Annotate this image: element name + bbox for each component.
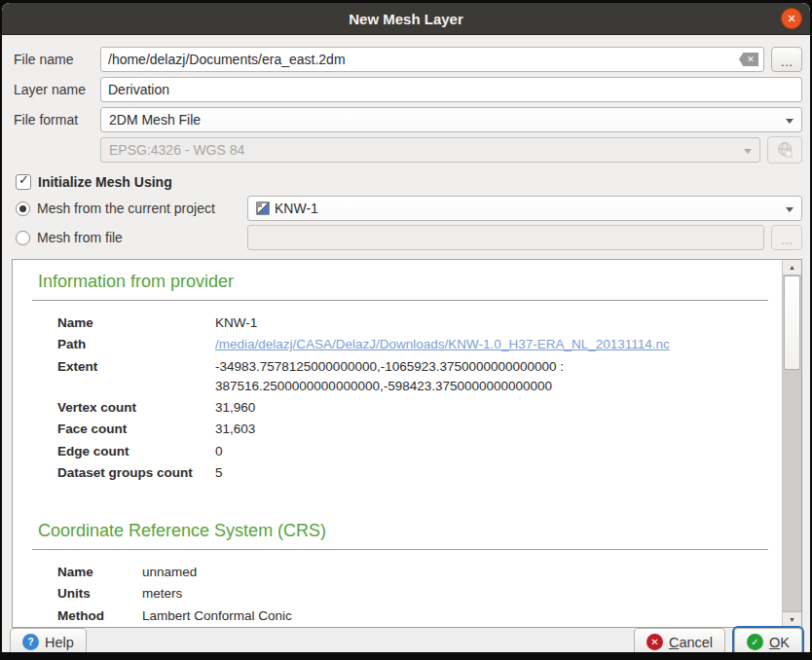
table-row: Method Lambert Conformal Conic xyxy=(57,605,403,627)
table-row: Dataset groups count 5 xyxy=(57,462,760,484)
file-browse-button[interactable]: … xyxy=(771,47,802,72)
mesh-file-browse-button: … xyxy=(771,225,802,250)
crs-info-table: Name unnamed Units meters Method Lambert… xyxy=(57,562,403,627)
row-value: KNW-1 xyxy=(215,312,760,334)
provider-info-table: Name KNW-1 Path /media/delazj/CASA/Delaz… xyxy=(57,312,760,484)
row-label: Path xyxy=(57,334,215,355)
layer-name-label: Layer name xyxy=(14,82,93,97)
crs-select-button xyxy=(767,136,802,164)
file-format-combo[interactable]: 2DM Mesh File xyxy=(100,107,802,132)
crs-combo: EPSG:4326 - WGS 84 xyxy=(100,137,760,163)
row-value: unnamed xyxy=(142,562,403,583)
mesh-from-file-option[interactable]: Mesh from file xyxy=(14,230,240,245)
provider-info-panel: Information from provider Name KNW-1 Pat… xyxy=(12,259,802,628)
mesh-from-project-option[interactable]: Mesh from the current project xyxy=(14,201,240,216)
row-value: 31,603 xyxy=(215,419,760,440)
new-mesh-layer-dialog: New Mesh Layer ✕ File name ✕ … Layer nam… xyxy=(2,3,810,652)
file-name-input[interactable] xyxy=(100,47,764,72)
dialog-title: New Mesh Layer xyxy=(349,11,463,27)
ok-icon: ✓ xyxy=(747,634,763,650)
row-value: 5 xyxy=(215,462,760,484)
file-name-input-wrap: ✕ xyxy=(100,47,764,72)
file-format-label: File format xyxy=(14,112,93,128)
button-box: ? Help ✕ Cancel ✓ OK xyxy=(2,628,810,652)
help-button[interactable]: ? Help xyxy=(10,628,87,652)
mesh-from-file-input xyxy=(247,225,764,250)
row-label: Extent xyxy=(57,356,215,398)
file-name-label: File name xyxy=(14,52,93,67)
row-label: Face count xyxy=(57,419,215,440)
layer-name-row: Layer name xyxy=(14,77,802,102)
mesh-from-file-row: Mesh from file … xyxy=(14,225,802,250)
row-value: -34983.7578125000000000,-1065923.3750000… xyxy=(215,356,760,398)
table-row: Vertex count 31,960 xyxy=(57,397,760,419)
layer-name-input[interactable] xyxy=(100,77,802,102)
mesh-layer-icon xyxy=(256,202,270,215)
row-label: Vertex count xyxy=(57,397,215,419)
table-row: Extent -34983.7578125000000000,-1065923.… xyxy=(57,356,760,398)
scroll-down-icon[interactable]: ▼ xyxy=(783,611,801,627)
help-icon: ? xyxy=(22,634,39,650)
chevron-down-icon xyxy=(786,207,794,212)
cancel-button[interactable]: ✕ Cancel xyxy=(634,628,725,652)
file-format-row: File format 2DM Mesh File xyxy=(14,107,802,132)
mesh-layer-value: KNW-1 xyxy=(275,201,318,216)
initialize-mesh-label: Initialize Mesh Using xyxy=(38,174,172,190)
row-label: Name xyxy=(57,312,215,334)
dataset-path-link[interactable]: /media/delazj/CASA/DelazJ/Downloads/KNW-… xyxy=(215,337,670,351)
form-area: File name ✕ … Layer name File format 2DM… xyxy=(2,35,810,255)
crs-value: EPSG:4326 - WGS 84 xyxy=(109,142,244,158)
row-value: 0 xyxy=(215,441,760,462)
table-row: Units meters xyxy=(57,583,403,605)
chevron-down-icon xyxy=(786,119,794,124)
help-button-label: Help xyxy=(45,635,74,650)
scrollbar-track[interactable] xyxy=(783,370,801,611)
scroll-up-icon[interactable]: ▲ xyxy=(783,260,801,275)
crs-info-heading: Coordinate Reference System (CRS) xyxy=(38,521,768,541)
mesh-layer-combo[interactable]: KNW-1 xyxy=(247,196,802,221)
mesh-from-project-row: Mesh from the current project KNW-1 xyxy=(14,196,802,221)
row-value: 31,960 xyxy=(215,397,760,419)
row-value: Lambert Conformal Conic xyxy=(142,605,403,627)
table-row: Path /media/delazj/CASA/DelazJ/Downloads… xyxy=(57,334,760,355)
initialize-mesh-row: ✓ Initialize Mesh Using xyxy=(16,172,802,192)
row-label: Edge count xyxy=(57,441,215,462)
row-label: Method xyxy=(57,605,142,627)
row-label: Units xyxy=(57,583,142,605)
mesh-from-project-radio[interactable] xyxy=(16,202,30,216)
initialize-mesh-checkbox[interactable]: ✓ xyxy=(16,174,31,190)
screen: New Mesh Layer ✕ File name ✕ … Layer nam… xyxy=(0,0,812,660)
ok-button-label: OK xyxy=(769,635,790,650)
file-name-row: File name ✕ … xyxy=(14,47,802,72)
section-divider xyxy=(32,300,768,301)
table-row: Edge count 0 xyxy=(57,441,760,462)
close-icon[interactable]: ✕ xyxy=(781,8,802,29)
row-label: Dataset groups count xyxy=(57,462,215,484)
table-row: Face count 31,603 xyxy=(57,419,760,440)
row-label: Name xyxy=(57,562,142,583)
table-row: Name KNW-1 xyxy=(57,312,760,334)
provider-info-content: Information from provider Name KNW-1 Pat… xyxy=(13,260,782,627)
mesh-from-file-label: Mesh from file xyxy=(37,230,123,245)
crs-row: EPSG:4326 - WGS 84 xyxy=(14,136,802,164)
file-format-value: 2DM Mesh File xyxy=(109,112,201,128)
titlebar[interactable]: New Mesh Layer ✕ xyxy=(2,3,810,35)
provider-info-heading: Information from provider xyxy=(38,272,768,292)
scrollbar-thumb[interactable] xyxy=(784,275,800,370)
cancel-icon: ✕ xyxy=(646,634,663,650)
section-divider xyxy=(32,549,768,550)
vertical-scrollbar[interactable]: ▲ ▼ xyxy=(782,260,801,627)
cancel-button-label: Cancel xyxy=(669,635,713,650)
chevron-down-icon xyxy=(744,149,752,154)
mesh-from-project-label: Mesh from the current project xyxy=(37,201,215,216)
mesh-from-file-radio[interactable] xyxy=(16,231,30,245)
table-row: Name unnamed xyxy=(57,562,403,583)
checkmark-icon: ✓ xyxy=(18,172,29,187)
globe-crs-icon xyxy=(776,141,794,159)
ok-button[interactable]: ✓ OK xyxy=(734,628,802,652)
row-value: meters xyxy=(142,583,403,605)
